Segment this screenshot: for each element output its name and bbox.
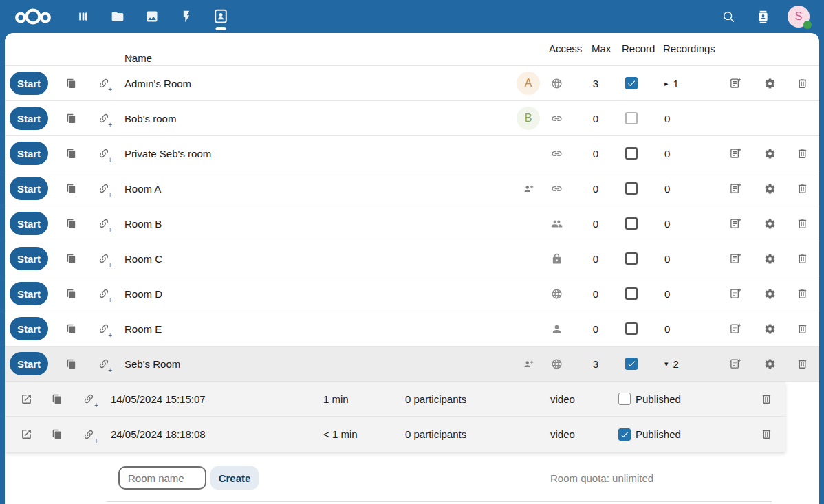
nextcloud-logo[interactable]: [14, 6, 52, 27]
open-recording-button[interactable]: [14, 387, 38, 410]
plus-badge: +: [108, 192, 112, 199]
delete-room-button[interactable]: [790, 72, 814, 95]
delete-room-button[interactable]: [790, 142, 814, 165]
copy-room-link-button[interactable]: [59, 317, 83, 340]
record-checkbox[interactable]: [625, 112, 638, 124]
room-settings-button[interactable]: [758, 72, 781, 95]
record-checkbox[interactable]: [625, 322, 638, 335]
edit-room-button[interactable]: [724, 317, 747, 340]
add-link-button[interactable]: +: [94, 352, 114, 375]
app-icon-bbb[interactable]: [204, 0, 238, 33]
delete-icon: [796, 323, 808, 335]
owner-cell: [512, 358, 544, 370]
copy-room-link-button[interactable]: [59, 72, 83, 95]
record-checkbox[interactable]: [625, 147, 638, 160]
access-cell: [544, 253, 569, 265]
copy-room-link-button[interactable]: [59, 107, 83, 130]
recordings-cell: 0: [640, 323, 716, 335]
start-room-button[interactable]: Start: [10, 107, 48, 130]
expand-recordings-icon[interactable]: ▸: [664, 79, 669, 88]
search-icon[interactable]: [713, 1, 744, 32]
add-link-button[interactable]: +: [94, 107, 114, 130]
copy-recording-link-button[interactable]: [45, 423, 68, 446]
add-recording-link-button[interactable]: +: [77, 423, 100, 446]
copy-room-link-button[interactable]: [59, 142, 83, 165]
room-name: Room C: [114, 253, 512, 265]
add-link-button[interactable]: +: [94, 282, 114, 305]
delete-icon: [796, 218, 808, 230]
room-name-text: Room B: [124, 218, 162, 230]
delete-room-button[interactable]: [790, 282, 814, 305]
start-room-button[interactable]: Start: [10, 72, 48, 95]
app-icon-dashboard[interactable]: [66, 0, 100, 33]
start-room-button[interactable]: Start: [10, 352, 48, 375]
edit-room-button[interactable]: [724, 212, 747, 235]
copy-room-link-button[interactable]: [59, 282, 83, 305]
delete-room-button[interactable]: [790, 352, 814, 375]
edit-room-button[interactable]: [724, 352, 747, 375]
add-link-button[interactable]: +: [94, 212, 114, 235]
app-icon-activity[interactable]: [169, 0, 204, 33]
add-link-button[interactable]: +: [94, 247, 114, 270]
delete-room-button[interactable]: [790, 317, 814, 340]
start-room-button[interactable]: Start: [10, 212, 48, 235]
edit-room-button[interactable]: [724, 282, 747, 305]
add-link-button[interactable]: +: [94, 142, 114, 165]
start-room-button[interactable]: Start: [10, 142, 48, 165]
published-checkbox[interactable]: [618, 393, 631, 405]
room-name-input[interactable]: [118, 466, 206, 490]
settings-cell: [755, 177, 785, 200]
copy-room-link-button[interactable]: [59, 352, 83, 375]
room-settings-button[interactable]: [758, 247, 781, 270]
delete-recording-button[interactable]: [755, 423, 779, 446]
room-settings-button[interactable]: [758, 142, 781, 165]
edit-room-button[interactable]: [724, 177, 747, 200]
record-checkbox[interactable]: [625, 287, 638, 300]
add-recording-link-button[interactable]: +: [77, 387, 100, 410]
open-in-new-icon: [21, 428, 32, 440]
add-link-button[interactable]: +: [94, 72, 114, 95]
published-checkbox[interactable]: [618, 428, 631, 441]
collapse-recordings-icon[interactable]: ▾: [664, 360, 669, 369]
create-room-button[interactable]: Create: [210, 466, 259, 490]
add-link-button[interactable]: +: [94, 177, 114, 200]
copy-recording-link-button[interactable]: [45, 387, 68, 410]
delete-room-button[interactable]: [790, 177, 814, 200]
start-room-button[interactable]: Start: [10, 177, 48, 200]
delete-room-button[interactable]: [790, 247, 814, 270]
record-checkbox[interactable]: [625, 77, 638, 89]
record-checkbox[interactable]: [625, 217, 638, 230]
record-checkbox[interactable]: [625, 182, 638, 195]
room-settings-button[interactable]: [758, 177, 781, 200]
add-link-button[interactable]: +: [94, 317, 114, 340]
recordings-count: 0: [664, 218, 670, 230]
room-settings-button[interactable]: [758, 352, 781, 375]
record-checkbox[interactable]: [625, 358, 638, 370]
user-avatar[interactable]: S: [788, 6, 810, 28]
app-icon-files[interactable]: [100, 0, 135, 33]
contacts-icon[interactable]: [748, 1, 778, 32]
room-settings-button[interactable]: [758, 282, 781, 305]
max-participants-value: 0: [569, 183, 622, 195]
recordings-cell[interactable]: ▾2: [640, 358, 716, 370]
app-icon-photos[interactable]: [135, 0, 169, 33]
room-settings-button[interactable]: [758, 317, 781, 340]
edit-room-button[interactable]: [724, 72, 747, 95]
delete-recording-button[interactable]: [755, 387, 779, 410]
delete-cell: [785, 247, 819, 270]
start-room-button[interactable]: Start: [10, 282, 48, 305]
copy-room-link-button[interactable]: [59, 212, 83, 235]
edit-room-button[interactable]: [724, 142, 747, 165]
recordings-cell[interactable]: ▸1: [640, 78, 716, 89]
copy-room-link-button[interactable]: [59, 177, 83, 200]
start-room-button[interactable]: Start: [10, 317, 48, 340]
open-recording-button[interactable]: [14, 423, 38, 446]
room-settings-button[interactable]: [758, 212, 781, 235]
record-checkbox[interactable]: [625, 252, 638, 265]
copy-room-link-button[interactable]: [59, 247, 83, 270]
start-room-button[interactable]: Start: [10, 247, 48, 270]
edit-room-button[interactable]: [724, 247, 747, 270]
copy-icon: [51, 428, 63, 440]
user-plus-icon: [523, 183, 534, 195]
delete-room-button[interactable]: [790, 212, 814, 235]
